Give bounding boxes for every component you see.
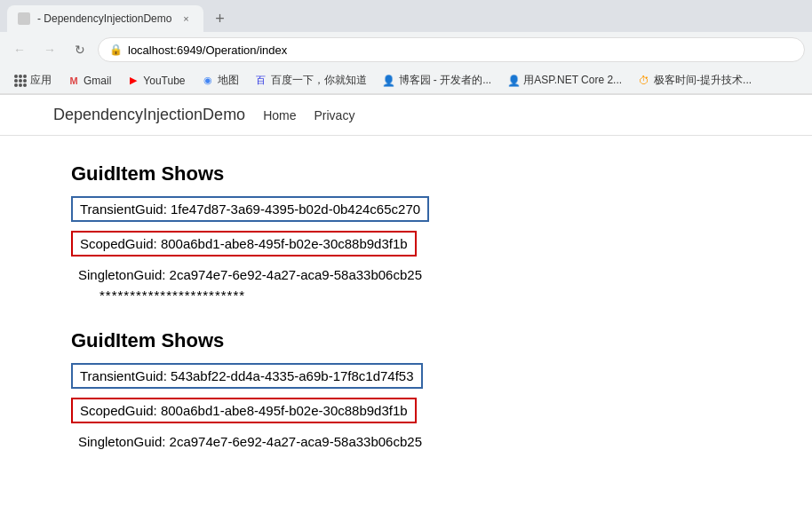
bookmark-maps-label: 地图 (218, 73, 239, 88)
browser-chrome: - DependencyInjectionDemo × + ← → ↻ 🔒 lo… (0, 0, 812, 95)
section-1-singleton-guid: SingletonGuid: 2ca974e7-6e92-4a27-aca9-5… (71, 267, 741, 282)
active-tab[interactable]: - DependencyInjectionDemo × (7, 5, 203, 32)
tab-favicon (18, 12, 30, 25)
bookmark-apps[interactable]: 应用 (7, 70, 59, 91)
aspnet-icon: 👤 (507, 75, 520, 87)
main-content: GuidItem Shows TransientGuid: 1fe47d87-3… (0, 136, 812, 502)
tab-title: - DependencyInjectionDemo (37, 12, 171, 25)
bookmark-aspnet-label: 用ASP.NET Core 2... (523, 73, 622, 88)
navbar-link-privacy[interactable]: Privacy (314, 108, 355, 122)
section-2-scoped-guid: ScopedGuid: 800a6bd1-abe8-495f-b02e-30c8… (71, 398, 417, 423)
jike-icon: ⏱ (638, 75, 650, 87)
bookmark-youtube[interactable]: ▶ YouTube (120, 72, 192, 90)
navbar: DependencyInjectionDemo Home Privacy (0, 95, 812, 136)
baidu-icon: 百 (255, 75, 267, 87)
navbar-link-home[interactable]: Home (263, 108, 296, 122)
tab-close-button[interactable]: × (179, 12, 193, 26)
bookmark-gmail[interactable]: M Gmail (60, 72, 118, 90)
bookmark-gmail-label: Gmail (84, 75, 111, 87)
section-2-title: GuidItem Shows (71, 329, 741, 352)
gmail-icon: M (68, 75, 80, 87)
bookmark-aspnet[interactable]: 👤 用ASP.NET Core 2... (500, 70, 629, 91)
bookmark-baidu-label: 百度一下，你就知道 (271, 73, 367, 88)
back-button[interactable]: ← (7, 37, 32, 62)
apps-icon (14, 75, 27, 87)
bokeyuan-icon: 👤 (383, 75, 395, 87)
bookmark-bokeyuan[interactable]: 👤 博客园 - 开发者的... (376, 70, 499, 91)
forward-button[interactable]: → (37, 37, 62, 62)
section-1: GuidItem Shows TransientGuid: 1fe47d87-3… (71, 162, 741, 303)
new-tab-button[interactable]: + (207, 6, 232, 31)
lock-icon: 🔒 (109, 43, 123, 56)
youtube-icon: ▶ (127, 75, 139, 87)
url-text: localhost:6949/Operation/index (128, 43, 287, 57)
bookmark-youtube-label: YouTube (143, 75, 185, 87)
bookmark-maps[interactable]: ◉ 地图 (195, 70, 246, 91)
section-2-singleton-guid: SingletonGuid: 2ca974e7-6e92-4a27-aca9-5… (71, 434, 741, 449)
address-bar[interactable]: 🔒 localhost:6949/Operation/index (98, 37, 805, 62)
section-2-transient-guid: TransientGuid: 543abf22-dd4a-4335-a69b-1… (71, 363, 423, 389)
reload-button[interactable]: ↻ (68, 37, 92, 62)
section-1-transient-guid: TransientGuid: 1fe47d87-3a69-4395-b02d-0… (71, 196, 429, 222)
bookmark-baidu[interactable]: 百 百度一下，你就知道 (248, 70, 374, 91)
section-1-title: GuidItem Shows (71, 162, 741, 185)
bookmark-apps-label: 应用 (30, 73, 52, 88)
address-bar-row: ← → ↻ 🔒 localhost:6949/Operation/index (0, 32, 812, 67)
tab-bar: - DependencyInjectionDemo × + (0, 0, 812, 32)
section-2: GuidItem Shows TransientGuid: 543abf22-d… (71, 329, 741, 449)
bookmarks-bar: 应用 M Gmail ▶ YouTube ◉ 地图 百 百度一下，你就知道 👤 … (0, 67, 812, 94)
page-content: DependencyInjectionDemo Home Privacy Gui… (0, 95, 812, 513)
bookmark-jike-label: 极客时间-提升技术... (654, 73, 752, 88)
section-1-scoped-guid: ScopedGuid: 800a6bd1-abe8-495f-b02e-30c8… (71, 231, 417, 256)
bookmark-bokeyuan-label: 博客园 - 开发者的... (399, 73, 492, 88)
navbar-brand[interactable]: DependencyInjectionDemo (53, 106, 245, 124)
bookmark-jike[interactable]: ⏱ 极客时间-提升技术... (631, 70, 759, 91)
maps-icon: ◉ (202, 75, 214, 87)
section-1-separator: ************************ (71, 288, 741, 303)
